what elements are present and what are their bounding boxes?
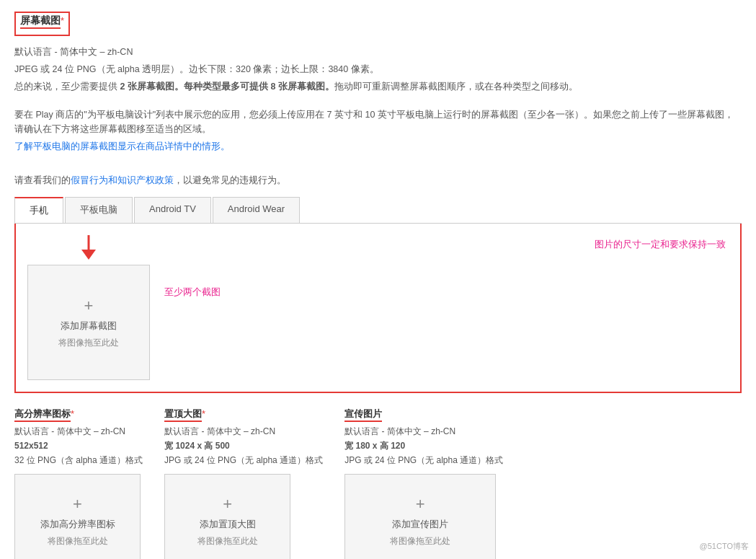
feature-upload-label: 添加置顶大图 (200, 518, 256, 531)
plus-icon: + (84, 296, 94, 315)
screenshot-upload-box[interactable]: + 添加屏幕截图 将图像拖至此处 (27, 265, 150, 380)
hi-res-drag-hint: 将图像拖至此处 (48, 535, 108, 547)
info-line-3: 总的来说，至少需要提供 2 张屏幕截图。每种类型最多可提供 8 张屏幕截图。拖动… (14, 79, 742, 94)
assets-row: 高分辨率图标* 默认语言 - 简体中文 – zh-CN 512x512 32 位… (14, 408, 742, 559)
promo-image-title: 宣传图片 (344, 408, 382, 422)
screenshot-section: 图片的尺寸一定和要求保持一致 + 添加屏幕截图 将图像拖至此处 (14, 224, 742, 393)
hi-res-icon-upload-box[interactable]: + 添加高分辨率图标 将图像拖至此处 (14, 474, 141, 559)
section-title: 屏幕截图 (20, 14, 61, 29)
section-title-box: 屏幕截图* (14, 12, 70, 36)
promo-plus-icon: + (416, 495, 425, 514)
paragraph-text: 要在 Play 商店的"为平板电脑设计"列表中展示您的应用，您必须上传应用在 7… (14, 107, 742, 136)
size-hint: 图片的尺寸一定和要求保持一致 (595, 238, 726, 251)
info-line-2: JPEG 或 24 位 PNG（无 alpha 透明层）。边长下限：320 像素… (14, 62, 742, 76)
hi-res-plus-icon: + (73, 495, 82, 514)
feature-graphic-lang: 默认语言 - 简体中文 – zh-CN (164, 425, 323, 438)
tab-android-tv[interactable]: Android TV (134, 197, 211, 223)
feature-required: * (202, 408, 205, 419)
promo-upload-label: 添加宣传图片 (392, 518, 448, 531)
svg-marker-1 (81, 250, 96, 260)
hi-res-icon-format: 32 位 PNG（含 alpha 通道）格式 (14, 454, 143, 467)
hi-res-icon-size: 512x512 (14, 439, 143, 452)
promo-image-upload-box[interactable]: + 添加宣传图片 将图像拖至此处 (344, 474, 496, 559)
hi-res-icon-section: 高分辨率图标* 默认语言 - 简体中文 – zh-CN 512x512 32 位… (14, 408, 143, 559)
promo-image-lang: 默认语言 - 简体中文 – zh-CN (344, 425, 503, 438)
learn-more-link[interactable]: 了解平板电脑的屏幕截图显示在商品详情中的情形。 (14, 141, 230, 151)
drag-hint: 将图像拖至此处 (58, 337, 119, 349)
promo-drag-hint: 将图像拖至此处 (390, 535, 450, 547)
hi-res-icon-title: 高分辨率图标 (14, 408, 71, 422)
tab-android-wear[interactable]: Android Wear (213, 197, 300, 223)
hi-res-icon-lang: 默认语言 - 简体中文 – zh-CN (14, 425, 143, 438)
red-arrow-icon (77, 235, 100, 260)
min-hint: 至少两个截图 (164, 286, 729, 299)
feature-plus-icon: + (223, 495, 232, 514)
watermark: @51CTO博客 (700, 541, 749, 552)
upload-label: 添加屏幕截图 (61, 320, 117, 333)
policy-text: 请查看我们的假冒行为和知识产权政策，以避免常见的违规行为。 (14, 175, 742, 187)
learn-more-link-text[interactable]: 了解平板电脑的屏幕截图显示在商品详情中的情形。 (14, 139, 742, 154)
feature-graphic-title: 置顶大图 (164, 408, 202, 422)
policy-link[interactable]: 假冒行为和知识产权政策 (71, 175, 174, 185)
feature-graphic-size: 宽 1024 x 高 500 (164, 439, 323, 452)
feature-drag-hint: 将图像拖至此处 (197, 535, 258, 547)
required-star: * (61, 15, 64, 26)
tab-tablet[interactable]: 平板电脑 (65, 197, 133, 223)
promo-image-size: 宽 180 x 高 120 (344, 439, 503, 452)
hi-res-required: * (71, 408, 74, 419)
tabs-row: 手机 平板电脑 Android TV Android Wear (14, 197, 742, 224)
feature-graphic-section: 置顶大图* 默认语言 - 简体中文 – zh-CN 宽 1024 x 高 500… (164, 408, 323, 559)
promo-image-section: 宣传图片 默认语言 - 简体中文 – zh-CN 宽 180 x 高 120 J… (344, 408, 503, 559)
tab-phone[interactable]: 手机 (14, 197, 63, 223)
feature-graphic-format: JPG 或 24 位 PNG（无 alpha 通道）格式 (164, 454, 323, 467)
promo-image-format: JPG 或 24 位 PNG（无 alpha 通道）格式 (344, 454, 503, 467)
feature-graphic-upload-box[interactable]: + 添加置顶大图 将图像拖至此处 (164, 474, 290, 559)
info-line-1: 默认语言 - 简体中文 – zh-CN (14, 45, 742, 59)
hi-res-upload-label: 添加高分辨率图标 (40, 518, 115, 531)
